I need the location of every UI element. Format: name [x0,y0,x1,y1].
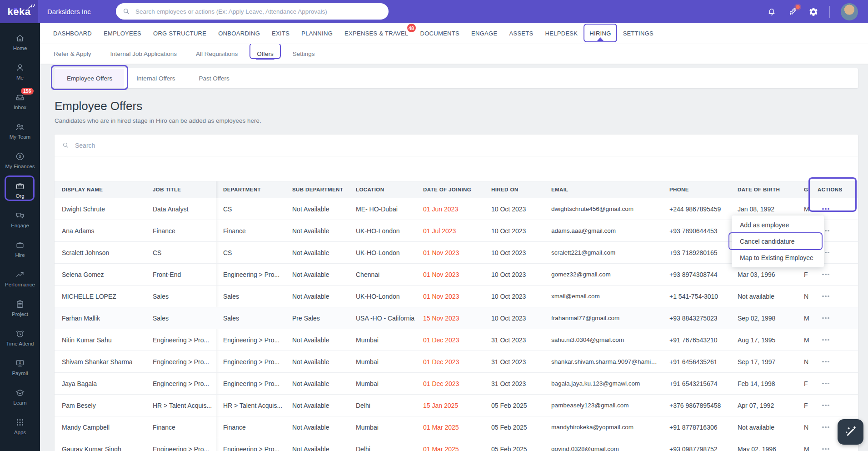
sidebar-item-me[interactable]: Me [0,58,40,85]
whats-new-rocket-icon[interactable] [788,7,798,17]
sidebar-item-project[interactable]: Project [0,295,40,321]
sidebar-item-performance[interactable]: Performance [0,265,40,291]
cell-hired-on: 05 Feb 2025 [484,416,544,438]
cell-job-title: Finance [145,416,216,438]
notifications-bell-icon[interactable] [767,7,777,17]
tab-employee-offers[interactable]: Employee Offers [55,69,124,88]
cell-date-of-joining: 01 Nov 2023 [416,242,484,264]
table-search-input[interactable] [74,141,851,150]
sidebar-item-inbox[interactable]: 156Inbox [0,88,40,114]
cell-job-title: CS [145,242,216,264]
topbar: keka Darksiders Inc [0,0,868,23]
nav-item-engage[interactable]: ENGAGE [471,30,497,37]
cell-date-of-joining: 01 Dec 2023 [416,373,484,395]
company-name: Darksiders Inc [47,8,91,15]
nav-item-hiring[interactable]: HIRING [589,30,611,37]
cell-job-title: Engineering > Pro... [145,351,216,373]
menu-item-map-to-existing-employee[interactable]: Map to Existing Employee [732,250,824,266]
nav-item-onboarding[interactable]: ONBOARDING [218,30,260,37]
row-actions-button[interactable] [822,445,835,451]
subnav-item-refer-apply[interactable]: Refer & Apply [54,50,91,57]
cell-location: UK-HO-London [349,286,416,307]
row-actions-button[interactable] [822,248,835,257]
subnav-item-all-requisitions[interactable]: All Requisitions [196,50,238,57]
row-actions-button[interactable] [822,336,835,345]
nav-item-org-structure[interactable]: ORG STRUCTURE [153,30,206,37]
subnav-item-label: All Requisitions [196,50,238,57]
cell-department: HR > Talent Acquis... [216,395,285,416]
table-search[interactable] [55,135,858,156]
cell-email: pambeasely123@gmail.com [544,395,662,416]
global-search[interactable] [116,3,389,20]
settings-gear-icon[interactable] [808,7,818,17]
row-actions-button[interactable] [822,292,835,301]
cell-hired-on: 31 Oct 2023 [484,373,544,395]
sidebar-item-org[interactable]: Org [0,176,40,203]
nav-item-label: HIRING [589,30,611,37]
keka-logo[interactable]: keka [0,0,38,23]
menu-item-cancel-candidature[interactable]: Cancel candidature [732,233,824,250]
sidebar-item-engage[interactable]: Engage [0,206,40,232]
col-location: LOCATION [349,181,416,198]
user-avatar[interactable] [841,3,858,20]
sidebar-item-learn[interactable]: Learn [0,383,40,410]
row-actions-button[interactable] [822,423,835,432]
cell-department: Engineering > Pro... [216,329,285,351]
row-actions-button[interactable] [822,401,835,410]
cell-email: dwightschrute456@gmail.com [544,198,662,220]
cell-date-of-birth: Sep 02, 1998 [730,307,797,329]
cell-email: govind.0328@gmail.com [544,438,662,451]
sidebar-item-my-finances[interactable]: $My Finances [0,147,40,173]
cell-actions [810,373,858,395]
sidebar-item-my-team[interactable]: My Team [0,117,40,144]
cell-job-title: Front-End [145,264,216,286]
cell-gender: M [797,329,810,351]
sidebar-item-home[interactable]: Home [0,29,40,55]
engage-icon [15,210,25,220]
cell-job-title: Sales [145,286,216,307]
search-icon [122,7,130,15]
nav-item-label: HELPDESK [545,30,578,37]
cell-job-title: HR > Talent Acquis... [145,395,216,416]
row-actions-button[interactable] [822,379,835,388]
tab-internal-offers[interactable]: Internal Offers [125,68,187,88]
nav-item-label: ONBOARDING [218,30,260,37]
nav-item-documents[interactable]: DOCUMENTS [420,30,459,37]
menu-item-add-as-employee[interactable]: Add as employee [732,217,824,233]
row-actions-button[interactable] [822,270,835,279]
tab-past-offers[interactable]: Past Offers [187,68,241,88]
cell-location: Mumbai [349,329,416,351]
row-actions-button[interactable] [822,226,835,236]
sidebar-item-time-attend[interactable]: Time Attend [0,324,40,351]
subnav-item-offers[interactable]: Offers [257,50,274,57]
nav-item-expenses-travel[interactable]: EXPENSES & TRAVEL48 [344,30,408,37]
nav-item-label: PLANNING [301,30,333,37]
nav-item-settings[interactable]: SETTINGS [623,30,653,37]
cell-sub-department: Pre Sales [285,307,349,329]
row-actions-button[interactable] [822,314,835,323]
cell-hired-on: 10 Oct 2023 [484,286,544,307]
nav-item-planning[interactable]: PLANNING [301,30,333,37]
nav-item-dashboard[interactable]: DASHBOARD [53,30,92,37]
table-row: Gaurav Kumar SinghEngineering > Pro...En… [55,438,858,451]
ai-assistant-button[interactable] [838,419,863,445]
cell-gender: M [797,438,810,451]
row-actions-button[interactable] [822,357,835,366]
cell-phone: +93 8974308744 [662,264,730,286]
cell-email: gomez32@gmail.com [544,264,662,286]
cell-display-name: Gaurav Kumar Singh [55,438,145,451]
sidebar-item-hire[interactable]: Hire [0,236,40,262]
nav-item-exits[interactable]: EXITS [272,30,289,37]
sidebar-item-apps[interactable]: Apps [0,413,40,439]
subnav-item-settings[interactable]: Settings [293,50,315,57]
global-search-input[interactable] [135,8,382,15]
nav-item-assets[interactable]: ASSETS [509,30,533,37]
nav-item-employees[interactable]: EMPLOYEES [104,30,141,37]
tab-label: Internal Offers [136,75,175,82]
cell-phone: +376 9867895458 [662,395,730,416]
nav-item-helpdesk[interactable]: HELPDESK [545,30,578,37]
row-actions-button[interactable] [822,205,835,214]
subnav-item-internal-job-applications[interactable]: Internal Job Applications [110,50,177,57]
sidebar-item-payroll[interactable]: $Payroll [0,354,40,380]
cell-phone: +93 7890644453 [662,220,730,242]
